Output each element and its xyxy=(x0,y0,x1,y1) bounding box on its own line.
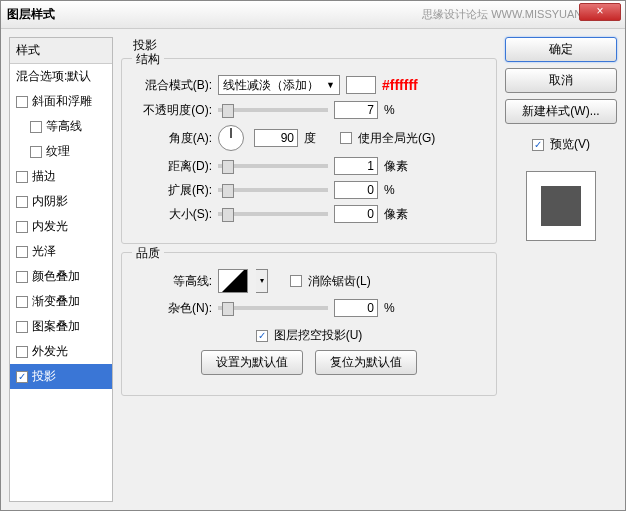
panel-title: 投影 xyxy=(133,37,497,54)
color-swatch[interactable] xyxy=(346,76,376,94)
blend-mode-label: 混合模式(B): xyxy=(134,77,212,94)
antialias-checkbox[interactable] xyxy=(290,275,302,287)
style-item-contour[interactable]: 等高线 xyxy=(10,114,112,139)
angle-label: 角度(A): xyxy=(134,130,212,147)
blend-mode-combo[interactable]: 线性减淡（添加）▼ xyxy=(218,75,340,95)
quality-fieldset: 品质 等高线: ▾ 消除锯齿(L) 杂色(N): 0 % 图 xyxy=(121,252,497,396)
style-item-gradientoverlay[interactable]: 渐变叠加 xyxy=(10,289,112,314)
size-slider[interactable] xyxy=(218,212,328,216)
style-item-outerglow[interactable]: 外发光 xyxy=(10,339,112,364)
distance-slider[interactable] xyxy=(218,164,328,168)
checkbox[interactable] xyxy=(30,146,42,158)
color-hex: #ffffff xyxy=(382,77,418,93)
spread-input[interactable]: 0 xyxy=(334,181,378,199)
spread-slider[interactable] xyxy=(218,188,328,192)
contour-label: 等高线: xyxy=(134,273,212,290)
distance-input[interactable]: 1 xyxy=(334,157,378,175)
style-item-innerglow[interactable]: 内发光 xyxy=(10,214,112,239)
checkbox[interactable] xyxy=(16,346,28,358)
preview-box xyxy=(526,171,596,241)
contour-picker[interactable] xyxy=(218,269,248,293)
knockout-checkbox[interactable] xyxy=(256,330,268,342)
styles-header: 样式 xyxy=(10,38,112,64)
new-style-button[interactable]: 新建样式(W)... xyxy=(505,99,617,124)
layer-style-dialog: 图层样式 思缘设计论坛 WWW.MISSYUAN.COM × 样式 混合选项:默… xyxy=(0,0,626,511)
checkbox[interactable] xyxy=(16,246,28,258)
checkbox[interactable] xyxy=(16,371,28,383)
style-item-texture[interactable]: 纹理 xyxy=(10,139,112,164)
preview-swatch xyxy=(541,186,581,226)
checkbox[interactable] xyxy=(16,321,28,333)
titlebar[interactable]: 图层样式 思缘设计论坛 WWW.MISSYUAN.COM × xyxy=(1,1,625,29)
chevron-down-icon: ▼ xyxy=(326,80,335,90)
styles-list: 样式 混合选项:默认 斜面和浮雕 等高线 纹理 描边 内阴影 内发光 光泽 颜色… xyxy=(9,37,113,502)
structure-fieldset: 结构 混合模式(B): 线性减淡（添加）▼ #ffffff 不透明度(O): 7… xyxy=(121,58,497,244)
size-input[interactable]: 0 xyxy=(334,205,378,223)
style-item-coloroverlay[interactable]: 颜色叠加 xyxy=(10,264,112,289)
global-light-label: 使用全局光(G) xyxy=(358,130,435,147)
opacity-input[interactable]: 7 xyxy=(334,101,378,119)
checkbox[interactable] xyxy=(16,196,28,208)
style-item-stroke[interactable]: 描边 xyxy=(10,164,112,189)
settings-panel: 投影 结构 混合模式(B): 线性减淡（添加）▼ #ffffff 不透明度(O)… xyxy=(121,37,497,502)
checkbox[interactable] xyxy=(16,221,28,233)
quality-legend: 品质 xyxy=(132,245,164,262)
contour-dropdown[interactable]: ▾ xyxy=(256,269,268,293)
right-panel: 确定 取消 新建样式(W)... 预览(V) xyxy=(505,37,617,502)
distance-label: 距离(D): xyxy=(134,158,212,175)
preview-label: 预览(V) xyxy=(550,136,590,153)
checkbox[interactable] xyxy=(16,96,28,108)
style-item-bevel[interactable]: 斜面和浮雕 xyxy=(10,89,112,114)
style-item-patternoverlay[interactable]: 图案叠加 xyxy=(10,314,112,339)
noise-input[interactable]: 0 xyxy=(334,299,378,317)
blend-options-item[interactable]: 混合选项:默认 xyxy=(10,64,112,89)
close-button[interactable]: × xyxy=(579,3,621,21)
ok-button[interactable]: 确定 xyxy=(505,37,617,62)
checkbox[interactable] xyxy=(16,171,28,183)
spread-label: 扩展(R): xyxy=(134,182,212,199)
global-light-checkbox[interactable] xyxy=(340,132,352,144)
checkbox[interactable] xyxy=(16,296,28,308)
style-item-satin[interactable]: 光泽 xyxy=(10,239,112,264)
knockout-label: 图层挖空投影(U) xyxy=(274,327,363,344)
style-item-innershadow[interactable]: 内阴影 xyxy=(10,189,112,214)
opacity-slider[interactable] xyxy=(218,108,328,112)
angle-dial[interactable] xyxy=(218,125,244,151)
structure-legend: 结构 xyxy=(132,51,164,68)
noise-label: 杂色(N): xyxy=(134,300,212,317)
angle-input[interactable]: 90 xyxy=(254,129,298,147)
checkbox[interactable] xyxy=(30,121,42,133)
preview-checkbox[interactable] xyxy=(532,139,544,151)
antialias-label: 消除锯齿(L) xyxy=(308,273,371,290)
noise-slider[interactable] xyxy=(218,306,328,310)
make-default-button[interactable]: 设置为默认值 xyxy=(201,350,303,375)
style-item-dropshadow[interactable]: 投影 xyxy=(10,364,112,389)
checkbox[interactable] xyxy=(16,271,28,283)
reset-default-button[interactable]: 复位为默认值 xyxy=(315,350,417,375)
window-title: 图层样式 xyxy=(7,6,422,23)
cancel-button[interactable]: 取消 xyxy=(505,68,617,93)
size-label: 大小(S): xyxy=(134,206,212,223)
opacity-label: 不透明度(O): xyxy=(134,102,212,119)
